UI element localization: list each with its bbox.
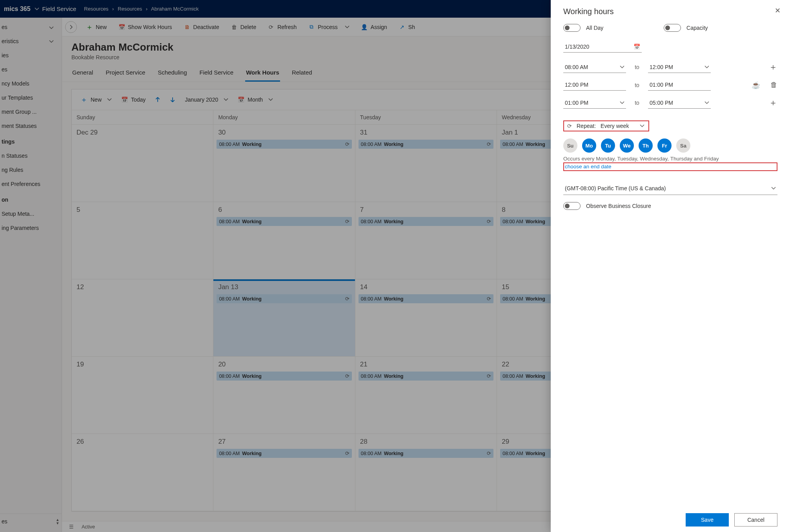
time-select[interactable]: 05:00 PM: [648, 97, 711, 109]
day-chip-sa[interactable]: Sa: [676, 138, 690, 153]
date-input[interactable]: 1/13/2020 📅: [563, 41, 642, 53]
break-icon[interactable]: ☕: [752, 81, 760, 89]
working-hours-panel: ✕ Working hours All Day Capacity 1/13/20…: [551, 0, 790, 532]
to-label: to: [633, 64, 641, 70]
save-button[interactable]: Save: [686, 513, 729, 527]
all-day-label: All Day: [586, 25, 603, 31]
time-select[interactable]: 12:00 PM: [648, 62, 711, 73]
capacity-toggle[interactable]: [664, 24, 681, 32]
to-label: to: [633, 82, 641, 88]
time-slot: 01:00 PMto05:00 PM＋: [563, 97, 777, 109]
time-select[interactable]: 08:00 AM: [563, 62, 626, 73]
day-chip-tu[interactable]: Tu: [601, 138, 615, 153]
repeat-icon: ⟳: [567, 123, 572, 129]
repeat-label: Repeat:: [577, 123, 596, 129]
cancel-button[interactable]: Cancel: [734, 513, 777, 527]
observe-closure-label: Observe Business Closure: [586, 203, 651, 209]
close-icon[interactable]: ✕: [775, 6, 781, 15]
time-select[interactable]: 01:00 PM: [648, 79, 711, 91]
day-chip-we[interactable]: We: [620, 138, 634, 153]
add-slot-icon[interactable]: ＋: [769, 97, 777, 109]
time-select[interactable]: 01:00 PM: [563, 97, 626, 109]
choose-end-date-link[interactable]: choose an end date: [563, 162, 777, 171]
day-chip-fr[interactable]: Fr: [657, 138, 672, 153]
delete-slot-icon[interactable]: 🗑: [770, 81, 777, 89]
day-chip-th[interactable]: Th: [639, 138, 653, 153]
weekday-chips: SuMoTuWeThFrSa: [563, 138, 777, 153]
time-slot: 08:00 AMto12:00 PM＋: [563, 61, 777, 73]
repeat-selector[interactable]: ⟳ Repeat: Every week: [563, 120, 649, 131]
time-select[interactable]: 12:00 PM: [563, 79, 626, 91]
timezone-select[interactable]: (GMT-08:00) Pacific Time (US & Canada): [563, 182, 777, 195]
day-chip-su[interactable]: Su: [563, 138, 577, 153]
day-chip-mo[interactable]: Mo: [582, 138, 596, 153]
observe-closure-toggle[interactable]: [563, 202, 581, 210]
capacity-label: Capacity: [686, 25, 708, 31]
calendar-icon: 📅: [633, 44, 640, 50]
occurs-text: Occurs every Monday, Tuesday, Wednesday,…: [563, 156, 777, 162]
panel-title: Working hours: [563, 7, 777, 16]
date-value: 1/13/2020: [565, 44, 589, 50]
to-label: to: [633, 100, 641, 106]
repeat-value: Every week: [601, 123, 629, 129]
add-slot-icon[interactable]: ＋: [769, 61, 777, 73]
all-day-toggle[interactable]: [563, 24, 581, 32]
time-slot: 12:00 PMto01:00 PM☕🗑: [563, 79, 777, 91]
timezone-value: (GMT-08:00) Pacific Time (US & Canada): [565, 185, 666, 191]
